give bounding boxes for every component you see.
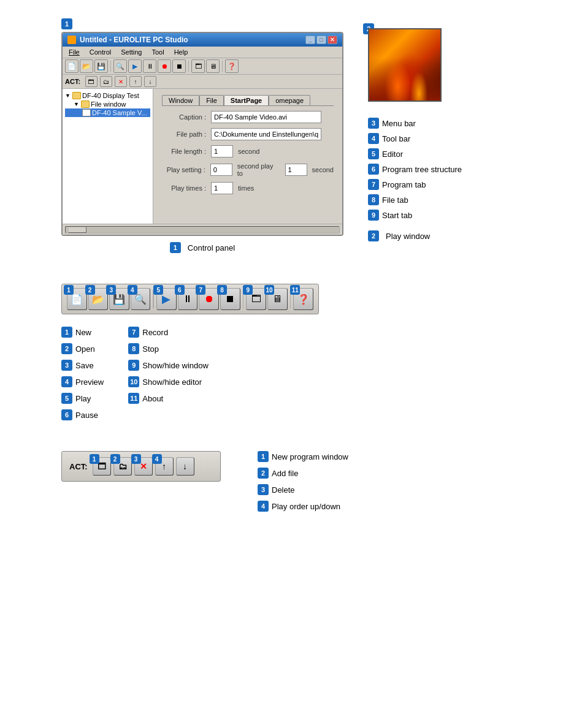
diag-btn-preview[interactable]: 4 🔍 [131,288,151,310]
ed-up-btn[interactable]: ↑ [129,76,142,87]
tb-badge-1: 1 [61,327,72,338]
tree-item-3[interactable]: DF-40 Sample V... [65,108,150,117]
ed-label-1: New program window [272,452,348,461]
window-title: Untitled - EUROLITE PC Studio [80,36,188,44]
tb-stop[interactable]: ⏹ [172,59,186,73]
tab-window[interactable]: Window [162,95,199,105]
top-section: 1 Untitled - EUROLITE PC Studio _ □ ✕ Fi… [0,0,563,265]
toolbar-legend: 1 New 2 Open 3 Save 4 Preview 5 Play 6 P… [61,327,526,420]
tab-file[interactable]: File [199,95,224,105]
tb-label-10: Show/hide editor [142,377,202,387]
file-properties-pane: Window File StartPage omepage Caption : … [153,89,342,224]
caption2-badge: 2 [368,230,379,241]
tb-window[interactable]: 🗔 [191,59,205,73]
menu-setting[interactable]: Setting [117,48,145,56]
panel1-badge: 1 [61,18,72,29]
tb-editor[interactable]: 🖥 [206,59,220,73]
editorbar-diagram: ACT: 1 🗔 2 🗂 3 ✕ 4 ↑ ↓ [61,451,221,482]
ed-new-btn[interactable]: 🗔 [85,76,98,87]
ed-down-btn[interactable]: ↓ [144,76,156,87]
filelength-input[interactable] [211,145,233,157]
diag-btn-new[interactable]: 1 📄 [67,288,87,310]
playsetting-row: Play setting : second play to second [162,162,334,177]
ed-legend-1: 1 New program window [258,451,348,462]
tb-open[interactable]: 📂 [80,59,93,73]
tb-save[interactable]: 💾 [94,59,108,73]
legend-item-5: 5 Editor [368,148,462,159]
tb-label-1: New [75,328,91,337]
act-label: ACT: [65,78,80,85]
legend-label-3: Menu bar [382,119,416,128]
tb-play[interactable]: ▶ [128,59,142,73]
tb-record[interactable]: ⏺ [158,59,171,73]
diag-btn-pause[interactable]: 6 ⏸ [178,288,198,310]
menu-file[interactable]: File [65,48,83,56]
tb-legend-5: 5 Play [61,393,104,404]
legend-item-4: 4 Tool bar [368,133,462,144]
ed-badge-3: 3 [258,484,269,495]
diag-btn-stop[interactable]: 8 ⏹ [220,288,240,310]
filepath-label: File path : [162,131,206,138]
ed-diag-btn-delete[interactable]: 3 ✕ [134,457,153,476]
tb-pause[interactable]: ⏸ [143,59,156,73]
menu-control[interactable]: Control [86,48,115,56]
menu-help[interactable]: Help [170,48,192,56]
playtimes-row: Play times : times [162,182,334,194]
close-button[interactable]: ✕ [327,36,337,44]
diag-btn-showhide-editor[interactable]: 10 🖥 [267,288,288,310]
diag-btn-open[interactable]: 2 📂 [88,288,109,310]
diag-btn-record[interactable]: 7 ⏺ [199,288,219,310]
legend-badge-6: 6 [368,164,379,175]
scrollbar-track[interactable] [65,226,340,233]
ed-label-2: Add file [272,469,298,478]
playtimes-input[interactable] [211,182,233,194]
tb-new[interactable]: 📄 [65,59,79,73]
ed-legend-2: 2 Add file [258,468,348,479]
tb-legend-8: 8 Stop [128,343,209,354]
tb-label-5: Play [75,394,91,403]
diag-btn-about[interactable]: 11 ❓ [293,288,313,310]
window-controls[interactable]: _ □ ✕ [305,36,337,44]
filelength-row: File length : second [162,145,334,157]
tb-badge-8: 8 [128,343,139,354]
tb-label-9: Show/hide window [142,361,209,370]
ed-delete-btn[interactable]: ✕ [115,76,127,87]
scrollbar-thumb[interactable] [68,227,86,233]
editor-bar: ACT: 🗔 🗂 ✕ ↑ ↓ [63,75,342,89]
ed-diag-btn-down[interactable]: ↓ [176,457,194,476]
tab-homepage[interactable]: omepage [269,95,310,105]
minimize-button[interactable]: _ [305,36,315,44]
filepath-input[interactable] [211,128,321,140]
tb-preview[interactable]: 🔍 [113,59,127,73]
tb-help[interactable]: ❓ [225,59,239,73]
diag-btn-save[interactable]: 3 💾 [109,288,129,310]
tb-badge-9: 9 [128,360,139,371]
tb-legend-1: 1 New [61,327,104,338]
ed-diag-btn-new[interactable]: 1 🗔 [93,457,111,476]
playsetting-input1[interactable] [210,164,232,176]
tb-badge-3: 3 [61,360,72,371]
ed-badge-4: 4 [258,501,269,512]
menu-tool[interactable]: Tool [148,48,167,56]
ed-add-btn[interactable]: 🗂 [100,76,112,87]
ed-diag-btn-add[interactable]: 2 🗂 [113,457,132,476]
tree-item-2[interactable]: ▼ File window [65,100,150,108]
tree-label-1: DF-40 Display Test [82,92,139,99]
tree-label-3: DF-40 Sample V... [92,109,147,116]
filelength-unit: second [238,148,259,155]
diag-btn-play[interactable]: 5 ▶ [156,288,177,310]
caption-input[interactable] [211,111,321,123]
caption-row: Caption : [162,111,334,123]
ed-diag-btn-up[interactable]: 4 ↑ [155,457,174,476]
tb-badge-5: 5 [61,393,72,404]
menu-bar: File Control Setting Tool Help [63,47,342,58]
tree-item-1[interactable]: ▼ DF-40 Display Test [65,91,150,100]
legend-label-4: Tool bar [382,134,410,143]
playsetting-input2[interactable] [285,164,307,176]
maximize-button[interactable]: □ [316,36,326,44]
legend-item-9: 9 Start tab [368,210,462,221]
tab-startpage[interactable]: StartPage [224,95,269,105]
diag-btn-showhide-window[interactable]: 9 🗔 [246,288,266,310]
tree-label-2: File window [91,100,126,108]
playsetting-unit: second [312,166,334,173]
